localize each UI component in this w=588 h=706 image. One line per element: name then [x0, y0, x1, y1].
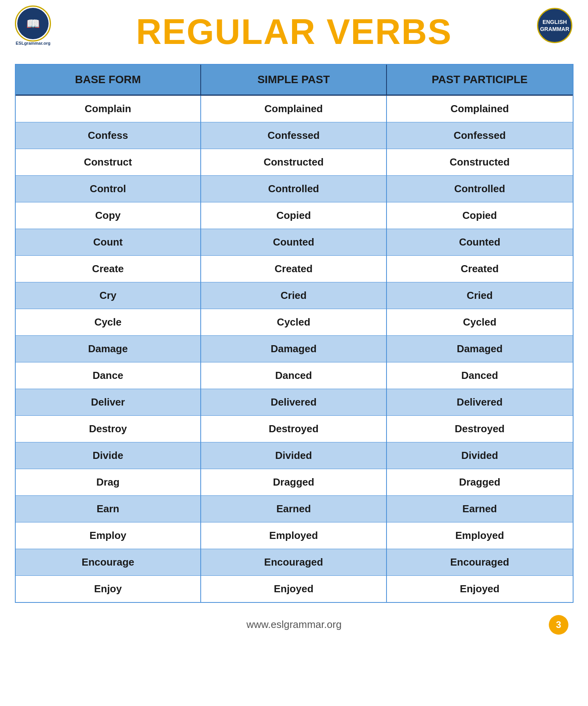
table-row: EnjoyEnjoyedEnjoyed: [16, 576, 573, 602]
table-row: CreateCreatedCreated: [16, 256, 573, 282]
cell-base-form: Copy: [16, 202, 201, 229]
cell-past-participle: Danced: [387, 362, 573, 389]
cell-past-participle: Counted: [387, 229, 573, 255]
cell-base-form: Dance: [16, 362, 201, 389]
book-icon: 📖: [26, 17, 40, 30]
cell-base-form: Deliver: [16, 389, 201, 415]
cell-simple-past: Encouraged: [201, 549, 387, 575]
cell-simple-past: Cried: [201, 282, 387, 309]
table-row: EmployEmployedEmployed: [16, 522, 573, 549]
table-row: DragDraggedDragged: [16, 469, 573, 496]
cell-base-form: Control: [16, 176, 201, 202]
cell-base-form: Destroy: [16, 416, 201, 442]
cell-past-participle: Encouraged: [387, 549, 573, 575]
table-row: EarnEarnedEarned: [16, 496, 573, 522]
table-row: EncourageEncouragedEncouraged: [16, 549, 573, 576]
cell-base-form: Drag: [16, 469, 201, 495]
table-header: BASE FORM SIMPLE PAST PAST PARTICIPLE: [16, 65, 573, 96]
cell-simple-past: Employed: [201, 522, 387, 549]
table-row: CryCriedCried: [16, 282, 573, 309]
cell-past-participle: Confessed: [387, 122, 573, 149]
cell-base-form: Enjoy: [16, 576, 201, 602]
cell-past-participle: Employed: [387, 522, 573, 549]
table-row: ControlControlledControlled: [16, 176, 573, 202]
col-header-base: BASE FORM: [16, 65, 201, 95]
col-header-simple-past: SIMPLE PAST: [201, 65, 387, 95]
cell-simple-past: Earned: [201, 496, 387, 522]
cell-base-form: Employ: [16, 522, 201, 549]
table-row: CountCountedCounted: [16, 229, 573, 256]
badge-area: ENGLISH GRAMMAR: [537, 8, 572, 43]
cell-simple-past: Cycled: [201, 309, 387, 335]
table-row: DanceDancedDanced: [16, 362, 573, 389]
cell-simple-past: Counted: [201, 229, 387, 255]
cell-simple-past: Confessed: [201, 122, 387, 149]
cell-past-participle: Cycled: [387, 309, 573, 335]
cell-simple-past: Complained: [201, 96, 387, 122]
footer: www.eslgrammar.org 3: [0, 611, 588, 639]
table-row: ConstructConstructedConstructed: [16, 149, 573, 176]
cell-simple-past: Divided: [201, 442, 387, 469]
cell-simple-past: Delivered: [201, 389, 387, 415]
cell-past-participle: Controlled: [387, 176, 573, 202]
cell-base-form: Complain: [16, 96, 201, 122]
cell-base-form: Construct: [16, 149, 201, 175]
cell-simple-past: Dragged: [201, 469, 387, 495]
badge-line1: ENGLISH: [543, 18, 567, 25]
cell-past-participle: Delivered: [387, 389, 573, 415]
cell-past-participle: Created: [387, 256, 573, 282]
table-row: DeliverDeliveredDelivered: [16, 389, 573, 416]
cell-past-participle: Enjoyed: [387, 576, 573, 602]
table-row: DivideDividedDivided: [16, 442, 573, 469]
logo-area: 📖 ESLgrammar.org: [16, 8, 51, 45]
cell-simple-past: Enjoyed: [201, 576, 387, 602]
cell-past-participle: Destroyed: [387, 416, 573, 442]
table-row: CycleCycledCycled: [16, 309, 573, 336]
header: 📖 ESLgrammar.org REGULAR VERBS ENGLISH G…: [0, 0, 588, 60]
col-header-past-participle: PAST PARTICIPLE: [387, 65, 573, 95]
table-row: CopyCopiedCopied: [16, 202, 573, 229]
cell-simple-past: Destroyed: [201, 416, 387, 442]
cell-simple-past: Created: [201, 256, 387, 282]
page-title: REGULAR VERBS: [136, 12, 452, 52]
table-body: ComplainComplainedComplainedConfessConfe…: [16, 96, 573, 602]
cell-base-form: Cycle: [16, 309, 201, 335]
cell-past-participle: Constructed: [387, 149, 573, 175]
cell-base-form: Divide: [16, 442, 201, 469]
cell-base-form: Confess: [16, 122, 201, 149]
logo-circle: 📖: [17, 8, 49, 39]
cell-past-participle: Copied: [387, 202, 573, 229]
cell-simple-past: Danced: [201, 362, 387, 389]
table-row: ConfessConfessedConfessed: [16, 122, 573, 149]
cell-past-participle: Dragged: [387, 469, 573, 495]
footer-url: www.eslgrammar.org: [247, 619, 342, 631]
cell-base-form: Damage: [16, 336, 201, 362]
cell-base-form: Earn: [16, 496, 201, 522]
cell-past-participle: Earned: [387, 496, 573, 522]
verbs-table: BASE FORM SIMPLE PAST PAST PARTICIPLE Co…: [15, 64, 573, 603]
page-number: 3: [549, 615, 568, 635]
table-row: DamageDamagedDamaged: [16, 336, 573, 362]
cell-past-participle: Complained: [387, 96, 573, 122]
cell-simple-past: Damaged: [201, 336, 387, 362]
cell-base-form: Encourage: [16, 549, 201, 575]
cell-simple-past: Constructed: [201, 149, 387, 175]
cell-past-participle: Damaged: [387, 336, 573, 362]
english-grammar-badge: ENGLISH GRAMMAR: [537, 8, 572, 43]
table-row: ComplainComplainedComplained: [16, 96, 573, 122]
cell-base-form: Cry: [16, 282, 201, 309]
cell-base-form: Create: [16, 256, 201, 282]
cell-past-participle: Divided: [387, 442, 573, 469]
cell-simple-past: Controlled: [201, 176, 387, 202]
table-row: DestroyDestroyedDestroyed: [16, 416, 573, 442]
cell-base-form: Count: [16, 229, 201, 255]
cell-simple-past: Copied: [201, 202, 387, 229]
badge-line2: GRAMMAR: [540, 25, 570, 33]
cell-past-participle: Cried: [387, 282, 573, 309]
